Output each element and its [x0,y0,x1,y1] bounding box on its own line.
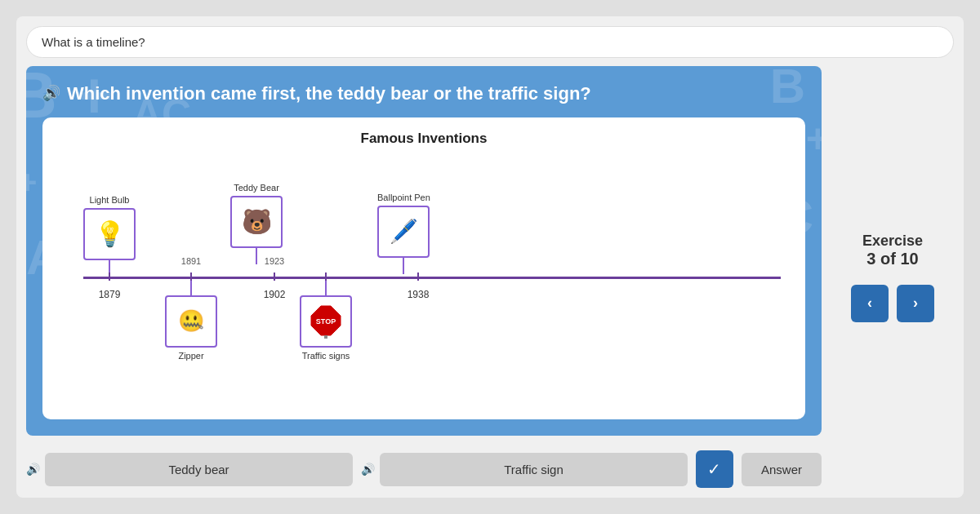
pen-label: Ballpoint Pen [377,193,430,202]
svg-text:STOP: STOP [316,317,336,326]
check-icon: ✓ [707,459,721,479]
zipper-connector [190,279,192,295]
invention-pen: Ballpoint Pen 🖊️ [377,193,430,274]
tick-1891 [190,273,192,281]
zipper-icon: 🤐 [178,308,204,334]
year-1891-label: 1891 [181,256,201,266]
prev-button[interactable]: ‹ [851,285,889,322]
tick-1923 [325,273,327,281]
teddybear-icon: 🐻 [242,207,272,236]
year-1879: 1879 [99,289,121,300]
exercise-count: 3 of 10 [862,250,923,268]
timeline-wrapper: Light Bulb 💡 1879 Teddy Bear [59,158,789,338]
traffic-sign-button[interactable]: Traffic sign [380,453,688,486]
next-button[interactable]: › [897,285,934,322]
check-button[interactable]: ✓ [696,450,733,488]
zipper-box: 🤐 [165,295,217,348]
content-area: B + AC B + AC + B + AC ↗ AC ↗ 🔊 [26,66,822,436]
speaker-icon[interactable]: 🔊 [42,84,60,102]
nav-buttons: ‹ › [851,285,934,322]
exercise-info: Exercise 3 of 10 [862,233,923,268]
teddybear-box: 🐻 [230,196,283,248]
invention-trafficsign: STOP Traffic signs [300,279,352,361]
pen-box: 🖊️ [377,206,430,258]
search-bar: What is a timeline? [26,26,954,58]
timeline-title: Famous Inventions [59,131,789,147]
main-row: B + AC B + AC + B + AC ↗ AC ↗ 🔊 [26,66,954,488]
lightbulb-box: 💡 [83,208,136,260]
lightbulb-icon: 💡 [95,219,125,248]
teddy-choice-group: 🔊 Teddy bear [26,453,353,486]
stop-sign-svg: STOP [310,304,342,339]
tick-1902 [274,273,275,281]
svg-rect-2 [324,335,327,339]
question-text: Which invention came first, the teddy be… [67,82,591,106]
pen-icon: 🖊️ [390,218,418,245]
invention-zipper: 🤐 Zipper [165,279,217,361]
tick-1879 [109,273,110,281]
exercise-title: Exercise [862,233,923,250]
teddy-speaker-icon[interactable]: 🔊 [26,463,40,476]
question-row: 🔊 Which invention came first, the teddy … [42,82,805,106]
lightbulb-label: Light Bulb [90,195,130,205]
trafficsign-box: STOP [300,295,352,348]
trafficsign-label: Traffic signs [302,351,350,361]
traffic-speaker-icon[interactable]: 🔊 [361,463,375,476]
teddybear-label: Teddy Bear [234,183,279,193]
year-1938: 1938 [408,289,430,300]
teddybear-connector [256,248,257,264]
invention-teddybear: Teddy Bear 🐻 [230,183,283,264]
timeline-card: Famous Inventions Light Bulb 💡 [42,117,805,419]
sidebar: Exercise 3 of 10 ‹ › [831,66,954,488]
teddy-bear-button[interactable]: Teddy bear [45,453,353,486]
tick-1938 [417,273,419,281]
zipper-label: Zipper [178,351,203,361]
year-1902: 1902 [264,289,286,300]
traffic-choice-group: 🔊 Traffic sign [361,453,688,486]
invention-lightbulb: Light Bulb 💡 [83,195,136,277]
year-1923-label: 1923 [265,256,284,266]
answer-button[interactable]: Answer [742,453,822,486]
app-container: What is a timeline? B + AC B + AC + B + … [16,16,964,498]
trafficsign-connector [325,279,327,295]
pen-connector [403,258,404,274]
bottom-row: 🔊 Teddy bear 🔊 Traffic sign ✓ Answer [26,444,822,488]
